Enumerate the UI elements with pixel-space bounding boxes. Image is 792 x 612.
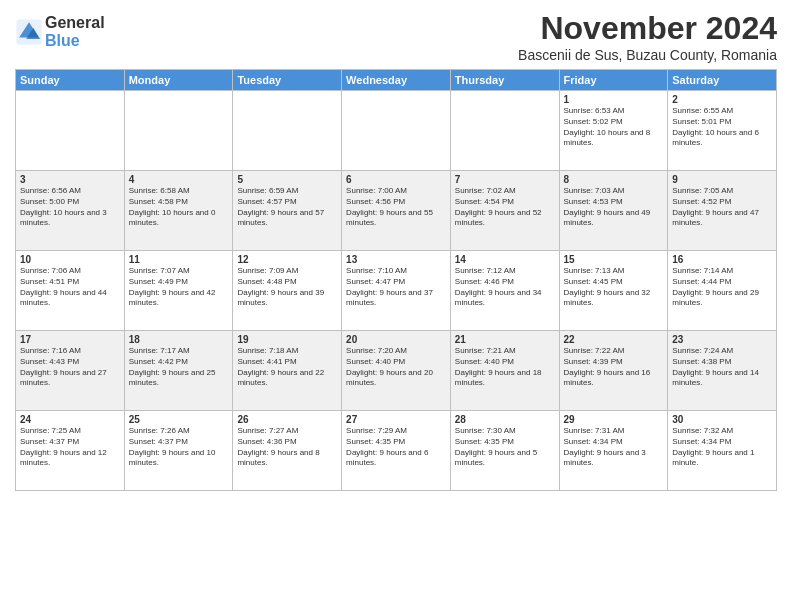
day-number: 13 <box>346 254 446 265</box>
day-number: 5 <box>237 174 337 185</box>
table-row: 13Sunrise: 7:10 AM Sunset: 4:47 PM Dayli… <box>342 251 451 331</box>
calendar-week-4: 17Sunrise: 7:16 AM Sunset: 4:43 PM Dayli… <box>16 331 777 411</box>
day-info: Sunrise: 6:59 AM Sunset: 4:57 PM Dayligh… <box>237 186 337 229</box>
day-number: 6 <box>346 174 446 185</box>
col-sunday: Sunday <box>16 70 125 91</box>
table-row: 6Sunrise: 7:00 AM Sunset: 4:56 PM Daylig… <box>342 171 451 251</box>
table-row: 22Sunrise: 7:22 AM Sunset: 4:39 PM Dayli… <box>559 331 668 411</box>
day-info: Sunrise: 7:24 AM Sunset: 4:38 PM Dayligh… <box>672 346 772 389</box>
month-title: November 2024 <box>518 10 777 47</box>
table-row <box>233 91 342 171</box>
day-info: Sunrise: 7:09 AM Sunset: 4:48 PM Dayligh… <box>237 266 337 309</box>
day-number: 22 <box>564 334 664 345</box>
table-row: 17Sunrise: 7:16 AM Sunset: 4:43 PM Dayli… <box>16 331 125 411</box>
day-info: Sunrise: 7:02 AM Sunset: 4:54 PM Dayligh… <box>455 186 555 229</box>
day-number: 7 <box>455 174 555 185</box>
page: General Blue November 2024 Bascenii de S… <box>0 0 792 612</box>
table-row <box>16 91 125 171</box>
col-thursday: Thursday <box>450 70 559 91</box>
day-info: Sunrise: 7:14 AM Sunset: 4:44 PM Dayligh… <box>672 266 772 309</box>
table-row: 28Sunrise: 7:30 AM Sunset: 4:35 PM Dayli… <box>450 411 559 491</box>
table-row: 4Sunrise: 6:58 AM Sunset: 4:58 PM Daylig… <box>124 171 233 251</box>
table-row <box>124 91 233 171</box>
table-row: 21Sunrise: 7:21 AM Sunset: 4:40 PM Dayli… <box>450 331 559 411</box>
day-number: 4 <box>129 174 229 185</box>
calendar-table: Sunday Monday Tuesday Wednesday Thursday… <box>15 69 777 491</box>
table-row: 16Sunrise: 7:14 AM Sunset: 4:44 PM Dayli… <box>668 251 777 331</box>
calendar-week-5: 24Sunrise: 7:25 AM Sunset: 4:37 PM Dayli… <box>16 411 777 491</box>
day-info: Sunrise: 7:27 AM Sunset: 4:36 PM Dayligh… <box>237 426 337 469</box>
table-row: 24Sunrise: 7:25 AM Sunset: 4:37 PM Dayli… <box>16 411 125 491</box>
day-number: 24 <box>20 414 120 425</box>
day-number: 23 <box>672 334 772 345</box>
day-info: Sunrise: 7:32 AM Sunset: 4:34 PM Dayligh… <box>672 426 772 469</box>
table-row: 14Sunrise: 7:12 AM Sunset: 4:46 PM Dayli… <box>450 251 559 331</box>
day-number: 28 <box>455 414 555 425</box>
day-number: 17 <box>20 334 120 345</box>
day-info: Sunrise: 7:30 AM Sunset: 4:35 PM Dayligh… <box>455 426 555 469</box>
col-friday: Friday <box>559 70 668 91</box>
day-info: Sunrise: 7:16 AM Sunset: 4:43 PM Dayligh… <box>20 346 120 389</box>
day-number: 18 <box>129 334 229 345</box>
day-info: Sunrise: 7:25 AM Sunset: 4:37 PM Dayligh… <box>20 426 120 469</box>
calendar-header-row: Sunday Monday Tuesday Wednesday Thursday… <box>16 70 777 91</box>
day-info: Sunrise: 7:20 AM Sunset: 4:40 PM Dayligh… <box>346 346 446 389</box>
day-info: Sunrise: 7:29 AM Sunset: 4:35 PM Dayligh… <box>346 426 446 469</box>
table-row: 27Sunrise: 7:29 AM Sunset: 4:35 PM Dayli… <box>342 411 451 491</box>
day-info: Sunrise: 7:10 AM Sunset: 4:47 PM Dayligh… <box>346 266 446 309</box>
day-number: 11 <box>129 254 229 265</box>
day-info: Sunrise: 6:56 AM Sunset: 5:00 PM Dayligh… <box>20 186 120 229</box>
day-info: Sunrise: 7:22 AM Sunset: 4:39 PM Dayligh… <box>564 346 664 389</box>
day-number: 14 <box>455 254 555 265</box>
day-info: Sunrise: 7:07 AM Sunset: 4:49 PM Dayligh… <box>129 266 229 309</box>
day-info: Sunrise: 7:03 AM Sunset: 4:53 PM Dayligh… <box>564 186 664 229</box>
logo-icon <box>15 18 43 46</box>
day-number: 27 <box>346 414 446 425</box>
table-row: 15Sunrise: 7:13 AM Sunset: 4:45 PM Dayli… <box>559 251 668 331</box>
day-number: 3 <box>20 174 120 185</box>
day-number: 20 <box>346 334 446 345</box>
col-monday: Monday <box>124 70 233 91</box>
day-info: Sunrise: 7:17 AM Sunset: 4:42 PM Dayligh… <box>129 346 229 389</box>
day-number: 9 <box>672 174 772 185</box>
day-number: 29 <box>564 414 664 425</box>
day-info: Sunrise: 6:58 AM Sunset: 4:58 PM Dayligh… <box>129 186 229 229</box>
table-row: 2Sunrise: 6:55 AM Sunset: 5:01 PM Daylig… <box>668 91 777 171</box>
day-number: 19 <box>237 334 337 345</box>
day-number: 2 <box>672 94 772 105</box>
title-block: November 2024 Bascenii de Sus, Buzau Cou… <box>518 10 777 63</box>
day-number: 8 <box>564 174 664 185</box>
table-row <box>450 91 559 171</box>
day-info: Sunrise: 7:26 AM Sunset: 4:37 PM Dayligh… <box>129 426 229 469</box>
day-info: Sunrise: 7:13 AM Sunset: 4:45 PM Dayligh… <box>564 266 664 309</box>
table-row: 9Sunrise: 7:05 AM Sunset: 4:52 PM Daylig… <box>668 171 777 251</box>
table-row: 7Sunrise: 7:02 AM Sunset: 4:54 PM Daylig… <box>450 171 559 251</box>
col-tuesday: Tuesday <box>233 70 342 91</box>
calendar-week-3: 10Sunrise: 7:06 AM Sunset: 4:51 PM Dayli… <box>16 251 777 331</box>
table-row: 11Sunrise: 7:07 AM Sunset: 4:49 PM Dayli… <box>124 251 233 331</box>
location-title: Bascenii de Sus, Buzau County, Romania <box>518 47 777 63</box>
logo: General Blue <box>15 14 105 50</box>
col-wednesday: Wednesday <box>342 70 451 91</box>
day-number: 1 <box>564 94 664 105</box>
table-row: 30Sunrise: 7:32 AM Sunset: 4:34 PM Dayli… <box>668 411 777 491</box>
calendar-week-1: 1Sunrise: 6:53 AM Sunset: 5:02 PM Daylig… <box>16 91 777 171</box>
day-info: Sunrise: 7:00 AM Sunset: 4:56 PM Dayligh… <box>346 186 446 229</box>
calendar-week-2: 3Sunrise: 6:56 AM Sunset: 5:00 PM Daylig… <box>16 171 777 251</box>
day-info: Sunrise: 7:06 AM Sunset: 4:51 PM Dayligh… <box>20 266 120 309</box>
table-row: 20Sunrise: 7:20 AM Sunset: 4:40 PM Dayli… <box>342 331 451 411</box>
table-row: 25Sunrise: 7:26 AM Sunset: 4:37 PM Dayli… <box>124 411 233 491</box>
table-row: 10Sunrise: 7:06 AM Sunset: 4:51 PM Dayli… <box>16 251 125 331</box>
day-number: 26 <box>237 414 337 425</box>
table-row: 19Sunrise: 7:18 AM Sunset: 4:41 PM Dayli… <box>233 331 342 411</box>
day-number: 10 <box>20 254 120 265</box>
table-row: 5Sunrise: 6:59 AM Sunset: 4:57 PM Daylig… <box>233 171 342 251</box>
table-row: 3Sunrise: 6:56 AM Sunset: 5:00 PM Daylig… <box>16 171 125 251</box>
table-row: 12Sunrise: 7:09 AM Sunset: 4:48 PM Dayli… <box>233 251 342 331</box>
table-row: 23Sunrise: 7:24 AM Sunset: 4:38 PM Dayli… <box>668 331 777 411</box>
day-info: Sunrise: 7:18 AM Sunset: 4:41 PM Dayligh… <box>237 346 337 389</box>
table-row: 1Sunrise: 6:53 AM Sunset: 5:02 PM Daylig… <box>559 91 668 171</box>
day-info: Sunrise: 7:31 AM Sunset: 4:34 PM Dayligh… <box>564 426 664 469</box>
day-info: Sunrise: 7:12 AM Sunset: 4:46 PM Dayligh… <box>455 266 555 309</box>
day-number: 30 <box>672 414 772 425</box>
